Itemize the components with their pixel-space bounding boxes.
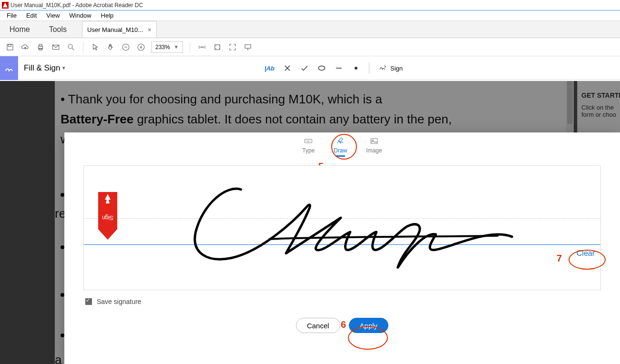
tab-row: Home Tools User Manual_M10... × <box>0 21 620 38</box>
read-mode-icon[interactable] <box>243 42 253 52</box>
cancel-button[interactable]: Cancel <box>296 318 340 333</box>
menu-window[interactable]: Window <box>65 11 95 20</box>
svg-rect-1 <box>8 44 11 47</box>
svg-rect-13 <box>305 139 312 143</box>
sig-mode-type[interactable]: Type <box>302 136 315 154</box>
separator <box>190 42 190 52</box>
search-icon[interactable] <box>66 42 76 52</box>
fill-sign-bar: Fill & Sign ▾ |Ab Sign <box>0 56 620 80</box>
sig-mode-image-label: Image <box>366 147 382 154</box>
tab-document-label: User Manual_M10... <box>87 26 143 33</box>
toolbar: 233% ▼ <box>0 38 620 56</box>
sign-label: Sign <box>390 65 403 72</box>
pointer-icon[interactable] <box>90 42 101 52</box>
tab-document[interactable]: User Manual_M10... × <box>82 21 157 38</box>
cloud-upload-icon[interactable] <box>20 42 30 52</box>
line-tool[interactable] <box>335 64 343 72</box>
menu-view[interactable]: View <box>42 11 63 20</box>
fit-width-icon[interactable] <box>197 42 207 52</box>
checkbox-icon[interactable] <box>85 298 92 305</box>
save-icon[interactable] <box>5 42 15 52</box>
menu-help[interactable]: Help <box>97 11 118 20</box>
svg-point-11 <box>318 66 325 71</box>
svg-rect-14 <box>371 139 377 144</box>
print-icon[interactable] <box>35 42 46 52</box>
circle-tool[interactable] <box>317 64 326 72</box>
signature-canvas[interactable]: Sign Clear <box>83 165 601 290</box>
check-tool[interactable] <box>300 64 309 72</box>
svg-point-12 <box>355 67 357 70</box>
fill-sign-dropdown[interactable]: Fill & Sign ▾ <box>18 63 65 73</box>
titlebar: User Manual_M10K.pdf - Adobe Acrobat Rea… <box>0 0 620 10</box>
fill-sign-badge-icon <box>0 56 18 80</box>
fill-sign-tools: |Ab Sign <box>264 56 403 80</box>
chevron-down-icon: ▾ <box>62 65 65 71</box>
text-tool[interactable]: |Ab <box>264 65 274 72</box>
x-mark-tool[interactable] <box>283 64 292 72</box>
close-tab-icon[interactable]: × <box>148 26 152 33</box>
svg-point-6 <box>68 44 72 49</box>
zoom-in-icon[interactable] <box>136 42 146 52</box>
sig-mode-type-label: Type <box>302 147 315 154</box>
window-title: User Manual_M10K.pdf - Adobe Acrobat Rea… <box>10 2 143 9</box>
svg-rect-10 <box>245 44 251 48</box>
save-signature-checkbox[interactable]: Save signature <box>85 298 620 305</box>
hand-icon[interactable] <box>105 42 116 52</box>
annotation-circle-6 <box>348 326 388 350</box>
tab-tools[interactable]: Tools <box>40 21 76 38</box>
keyboard-icon <box>302 136 315 146</box>
dot-tool[interactable] <box>352 64 360 72</box>
annotation-circle-7 <box>569 250 606 270</box>
save-signature-label: Save signature <box>97 298 141 305</box>
annotation-number-7: 7 <box>557 253 562 264</box>
acrobat-icon <box>2 2 9 9</box>
separator <box>83 42 83 52</box>
zoom-value: 233% <box>155 44 170 51</box>
fit-page-icon[interactable] <box>212 42 223 52</box>
svg-rect-3 <box>39 44 42 46</box>
tab-home[interactable]: Home <box>0 21 40 38</box>
menubar: File Edit View Window Help <box>0 10 620 21</box>
signature-drawing <box>84 166 600 290</box>
chevron-down-icon: ▼ <box>174 44 179 50</box>
svg-point-15 <box>372 140 374 141</box>
menu-edit[interactable]: Edit <box>22 11 41 20</box>
fullscreen-icon[interactable] <box>227 42 238 52</box>
sig-mode-image[interactable]: Image <box>366 136 382 154</box>
zoom-out-icon[interactable] <box>121 42 131 52</box>
separator <box>369 62 369 74</box>
image-icon <box>366 136 382 146</box>
mail-icon[interactable] <box>51 42 61 52</box>
menu-file[interactable]: File <box>3 11 20 20</box>
sign-button[interactable]: Sign <box>378 64 403 72</box>
fill-sign-label: Fill & Sign <box>24 63 61 73</box>
annotation-circle-5 <box>331 134 357 160</box>
zoom-select[interactable]: 233% ▼ <box>151 41 183 53</box>
signature-dialog: Type Draw Image 5 Sign C <box>64 132 620 364</box>
annotation-number-6: 6 <box>341 319 346 330</box>
